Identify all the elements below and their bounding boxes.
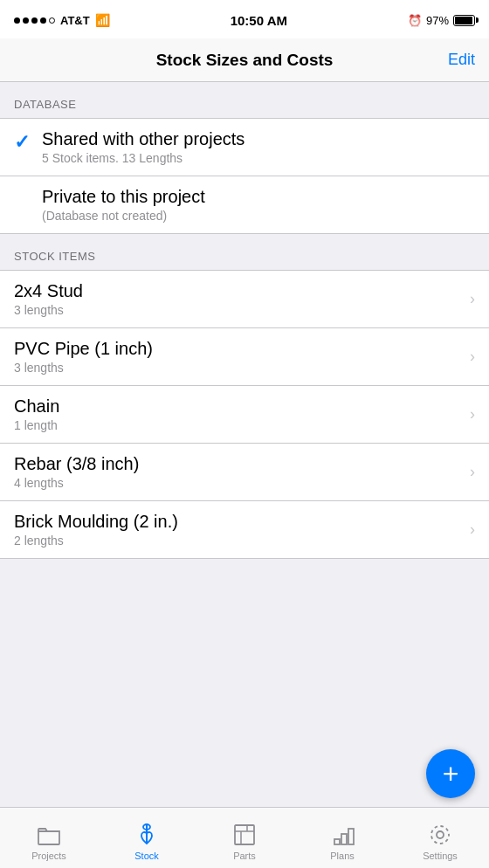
stock-item-2x4-stud-content: 2x4 Stud 3 lengths [14, 281, 83, 317]
chevron-icon: › [470, 520, 475, 539]
alarm-icon: ⏰ [408, 14, 422, 27]
database-row-shared[interactable]: ✓ Shared with other projects 5 Stock ite… [0, 119, 489, 176]
stock-item-chain-subtitle: 1 length [14, 418, 59, 432]
edit-button[interactable]: Edit [448, 51, 475, 69]
database-row-private-content: Private to this project (Database not cr… [42, 187, 205, 223]
checkmark-icon: ✓ [14, 131, 33, 154]
database-row-shared-title: Shared with other projects [42, 129, 244, 149]
carrier-label: AT&T [60, 14, 90, 27]
tab-settings-label: Settings [423, 851, 458, 861]
battery-fill [455, 17, 472, 24]
stock-icon [134, 823, 159, 847]
chevron-icon: › [470, 290, 475, 308]
chevron-icon: › [470, 463, 475, 481]
stock-items-section: STOCK ITEMS 2x4 Stud 3 lengths › PVC Pip… [0, 234, 489, 559]
database-row-private[interactable]: ✓ Private to this project (Database not … [0, 176, 489, 233]
stock-item-brick-moulding-title: Brick Moulding (2 in.) [14, 512, 178, 532]
stock-item-brick-moulding-subtitle: 2 lengths [14, 534, 178, 548]
dot4 [40, 17, 46, 24]
svg-rect-6 [334, 839, 340, 844]
tab-stock-label: Stock [134, 851, 159, 861]
tab-plans[interactable]: Plans [293, 816, 391, 861]
stock-item-rebar-subtitle: 4 lengths [14, 476, 139, 490]
database-row-private-title: Private to this project [42, 187, 205, 207]
stock-item-2x4-stud-subtitle: 3 lengths [14, 303, 83, 317]
stock-item-pvc-pipe-subtitle: 3 lengths [14, 361, 153, 375]
status-left: AT&T 📶 [14, 13, 110, 27]
add-button[interactable]: + [426, 749, 475, 798]
settings-icon [428, 823, 452, 847]
stock-item-2x4-stud-title: 2x4 Stud [14, 281, 83, 301]
svg-rect-7 [341, 834, 347, 844]
tab-projects-label: Projects [31, 851, 66, 861]
database-row-private-subtitle: (Database not created) [42, 209, 205, 223]
stock-item-chain[interactable]: Chain 1 length › [0, 386, 489, 444]
dot3 [31, 17, 38, 24]
page-title: Stock Sizes and Costs [156, 51, 334, 70]
wifi-icon: 📶 [95, 13, 110, 27]
tab-stock[interactable]: Stock [98, 816, 196, 861]
battery-percent: 97% [426, 14, 449, 27]
tab-settings[interactable]: Settings [391, 816, 489, 861]
stock-items-table-group: 2x4 Stud 3 lengths › PVC Pipe (1 inch) 3… [0, 270, 489, 559]
stock-item-pvc-pipe-content: PVC Pipe (1 inch) 3 lengths [14, 339, 153, 375]
stock-item-rebar[interactable]: Rebar (3/8 inch) 4 lengths › [0, 444, 489, 501]
nav-bar: Stock Sizes and Costs Edit [0, 38, 489, 82]
svg-point-10 [437, 831, 444, 838]
signal-dots [14, 17, 55, 24]
tab-parts-label: Parts [233, 851, 256, 861]
stock-item-pvc-pipe-title: PVC Pipe (1 inch) [14, 339, 153, 359]
battery-icon [453, 15, 475, 26]
dot5 [49, 17, 55, 24]
svg-rect-2 [235, 825, 254, 844]
database-row-shared-subtitle: 5 Stock items. 13 Lengths [42, 151, 244, 165]
stock-item-brick-moulding[interactable]: Brick Moulding (2 in.) 2 lengths › [0, 501, 489, 558]
status-right: ⏰ 97% [408, 14, 475, 27]
stock-item-chain-content: Chain 1 length [14, 396, 59, 432]
chevron-icon: › [470, 348, 475, 366]
stock-item-2x4-stud[interactable]: 2x4 Stud 3 lengths › [0, 271, 489, 328]
parts-icon [232, 823, 257, 847]
stock-item-rebar-title: Rebar (3/8 inch) [14, 454, 139, 474]
database-table-group: ✓ Shared with other projects 5 Stock ite… [0, 118, 489, 234]
svg-point-11 [431, 826, 449, 844]
database-section-header: DATABASE [0, 82, 489, 118]
plans-icon [330, 823, 355, 847]
stock-item-brick-moulding-content: Brick Moulding (2 in.) 2 lengths [14, 512, 178, 548]
chevron-icon: › [470, 405, 475, 424]
status-bar: AT&T 📶 10:50 AM ⏰ 97% [0, 0, 489, 38]
stock-item-chain-title: Chain [14, 396, 59, 417]
dot2 [23, 17, 29, 24]
database-row-shared-content: Shared with other projects 5 Stock items… [42, 129, 244, 165]
svg-rect-9 [348, 829, 354, 844]
status-time: 10:50 AM [231, 13, 287, 28]
content-area: DATABASE ✓ Shared with other projects 5 … [0, 82, 489, 629]
dot1 [14, 17, 20, 24]
projects-icon [37, 823, 61, 847]
stock-item-rebar-content: Rebar (3/8 inch) 4 lengths [14, 454, 139, 490]
stock-items-section-header: STOCK ITEMS [0, 234, 489, 270]
tab-parts[interactable]: Parts [196, 816, 293, 861]
tab-plans-label: Plans [330, 851, 355, 861]
tab-bar: Projects Stock Parts [0, 807, 489, 868]
stock-item-pvc-pipe[interactable]: PVC Pipe (1 inch) 3 lengths › [0, 328, 489, 386]
tab-projects[interactable]: Projects [0, 816, 98, 861]
